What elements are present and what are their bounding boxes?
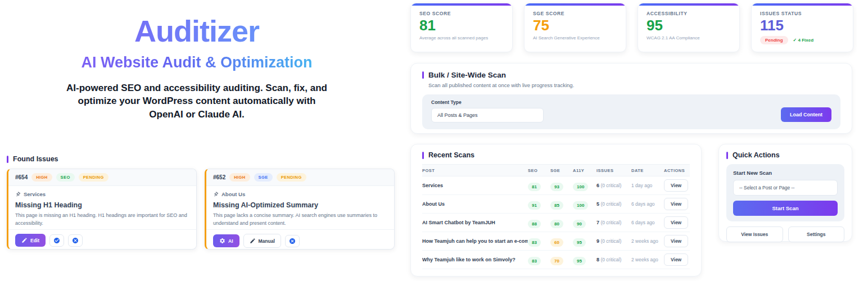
fixed-count: ✓ 4 Fixed	[793, 38, 814, 43]
stat-card-issues: ISSUES STATUS 115 Pending ✓ 4 Fixed	[751, 3, 853, 52]
view-button[interactable]: View	[664, 179, 688, 192]
edit-button-label: Edit	[30, 238, 39, 243]
a11y-score-badge: 100	[573, 183, 588, 191]
sge-score-badge: 93	[550, 183, 563, 191]
pin-icon	[212, 191, 220, 198]
edit-button[interactable]: Edit	[15, 234, 46, 247]
sge-score-badge: 70	[550, 257, 563, 265]
start-scan-button[interactable]: Start Scan	[733, 201, 838, 216]
bulk-scan-panel: Bulk / Site-Wide Scan Scan all published…	[410, 63, 852, 134]
col-a11y: A11Y	[573, 168, 596, 173]
issue-post-name: About Us	[221, 191, 245, 197]
view-button[interactable]: View	[664, 235, 688, 247]
stat-cards: SEO SCORE 81 Average across all scanned …	[410, 3, 853, 52]
settings-button[interactable]: Settings	[788, 226, 845, 242]
table-row: About Us 91 85 100 5 (0 critical) 6 days…	[422, 195, 690, 214]
stat-sublabel: Average across all scanned pages	[419, 35, 504, 40]
stat-card-sge: SGE SCORE 75 AI Search Generative Experi…	[524, 3, 626, 52]
seo-score-badge: 88	[528, 220, 541, 228]
stat-sublabel: AI Search Generative Experience	[533, 35, 617, 40]
issue-card-list: #654 HIGH SEO PENDING Services Missing H…	[7, 169, 396, 250]
start-scan-form: Start New Scan -- Select a Post or Page …	[726, 164, 844, 221]
issue-card-header: #652 HIGH SGE PENDING	[206, 169, 394, 186]
date-cell: 2 weeks ago	[631, 238, 664, 244]
issue-post: About Us	[213, 191, 387, 197]
stat-label: ACCESSIBILITY	[647, 11, 731, 16]
pencil-icon	[21, 237, 28, 243]
stat-label: SEO SCORE	[419, 11, 504, 16]
post-title: About Us	[422, 201, 528, 207]
quick-actions-panel: Quick Actions Start New Scan -- Select a…	[718, 144, 852, 242]
page: Auditizer AI Website Audit & Optimizatio…	[0, 0, 868, 281]
post-select[interactable]: -- Select a Post or Page --	[733, 180, 838, 196]
date-cell: 6 days ago	[631, 220, 664, 225]
issues-status-badges: Pending ✓ 4 Fixed	[760, 36, 844, 44]
start-new-scan-label: Start New Scan	[733, 170, 838, 176]
sge-score-badge: 80	[550, 220, 563, 228]
view-button[interactable]: View	[664, 216, 688, 229]
cancel-circle-icon	[72, 237, 79, 244]
col-post: POST	[422, 168, 528, 173]
accent-bar	[422, 152, 424, 159]
bulk-scan-form: Content Type All Posts & Pages Load Cont…	[422, 94, 840, 129]
issue-id: #652	[213, 174, 225, 180]
stat-label: SGE SCORE	[533, 11, 617, 16]
check-icon: ✓	[793, 38, 797, 43]
pending-badge: Pending	[760, 36, 788, 44]
recent-scans-title: Recent Scans	[428, 151, 474, 159]
accent-bar	[422, 71, 424, 79]
stat-sublabel: WCAG 2.1 AA Compliance	[647, 35, 731, 40]
status-badge: PENDING	[277, 173, 306, 182]
category-badge: SEO	[56, 173, 75, 182]
issue-card: #652 HIGH SGE PENDING About Us Missing A…	[205, 169, 395, 250]
issues-cell: 5 (0 critical)	[596, 201, 631, 207]
issues-cell: 7 (0 critical)	[596, 220, 631, 225]
found-issues-heading: Found Issues	[7, 155, 396, 163]
stat-value: 115	[760, 17, 844, 34]
post-title: Services	[422, 183, 528, 188]
ai-fix-button[interactable]: AI	[213, 234, 239, 247]
issue-description: This page is missing an H1 heading. H1 h…	[15, 212, 189, 227]
quick-actions-heading: Quick Actions	[726, 151, 844, 159]
issues-cell: 8 (0 critical)	[596, 257, 631, 262]
sge-score-badge: 85	[550, 201, 563, 210]
bulk-scan-subtitle: Scan all published content at once with …	[428, 82, 840, 88]
dashboard: SEO SCORE 81 Average across all scanned …	[409, 0, 853, 281]
recent-scans-heading: Recent Scans	[422, 151, 690, 159]
col-issues: ISSUES	[596, 168, 631, 173]
post-title: AI Smart Chatbot by TeamJUH	[422, 220, 528, 225]
table-header: POST SEO SGE A11Y ISSUES DATE ACTIONS	[422, 164, 690, 176]
view-issues-button[interactable]: View Issues	[726, 226, 783, 242]
dismiss-button[interactable]	[285, 235, 300, 247]
view-button[interactable]: View	[664, 198, 688, 210]
manual-button-label: Manual	[259, 238, 275, 244]
found-issues-title: Found Issues	[13, 155, 58, 163]
issue-post: Services	[15, 191, 189, 197]
recent-scans-panel: Recent Scans POST SEO SGE A11Y ISSUES DA…	[410, 144, 702, 277]
issues-cell: 6 (0 critical)	[596, 183, 631, 188]
app-subtitle: AI Website Audit & Optimization	[22, 54, 371, 71]
content-type-select[interactable]: All Posts & Pages	[431, 108, 544, 123]
table-row: How Teamjuh can help you to start an e-c…	[422, 232, 690, 251]
load-content-button[interactable]: Load Content	[781, 107, 831, 122]
severity-badge: HIGH	[229, 173, 250, 182]
col-date: DATE	[631, 168, 664, 173]
view-button[interactable]: View	[664, 253, 688, 266]
seo-score-badge: 83	[528, 238, 541, 247]
pin-icon	[14, 191, 22, 198]
stat-value: 75	[533, 17, 617, 34]
severity-badge: HIGH	[31, 173, 52, 182]
hero-section: Auditizer AI Website Audit & Optimizatio…	[22, 13, 371, 121]
stat-value: 95	[647, 17, 731, 34]
stat-label: ISSUES STATUS	[760, 11, 844, 16]
gear-icon	[219, 238, 225, 244]
issue-id: #654	[15, 174, 28, 180]
approve-button[interactable]	[49, 234, 64, 247]
ai-button-label: AI	[228, 238, 233, 244]
a11y-score-badge: 100	[573, 201, 588, 210]
dismiss-button[interactable]	[68, 234, 83, 247]
manual-fix-button[interactable]: Manual	[243, 234, 281, 248]
seo-score-badge: 91	[528, 201, 541, 210]
col-seo: SEO	[528, 168, 550, 173]
bulk-scan-title: Bulk / Site-Wide Scan	[428, 71, 506, 79]
